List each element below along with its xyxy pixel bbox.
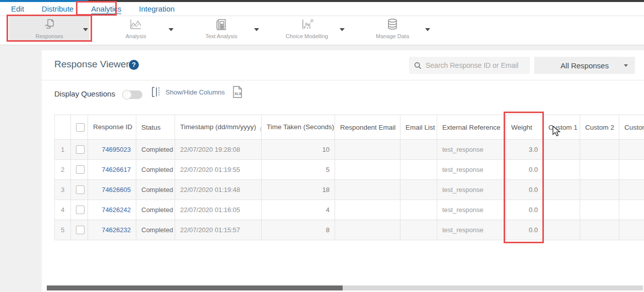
search-box [409, 57, 530, 74]
response-id-link[interactable]: 74626232 [102, 226, 131, 234]
column-header-custom2: Custom 2 [580, 115, 619, 140]
time-taken-cell: 18 [262, 180, 335, 200]
weight-cell: 3.0 [506, 140, 543, 160]
column-header-response-id[interactable]: Response ID [88, 115, 136, 140]
table-row: 1 74695023 Completed 22/07/2020 19:28:08… [55, 140, 644, 160]
response-id-cell: 74626232 [88, 220, 136, 240]
toolbar-item-choice-modelling[interactable]: Choice Modelling [272, 18, 342, 39]
show-hide-columns-label: Show/Hide Columns [166, 88, 225, 96]
show-hide-columns-button[interactable]: Show/Hide Columns [151, 86, 225, 98]
chevron-down-icon [624, 64, 628, 67]
nav-tab-analytics[interactable]: Analytics [89, 4, 123, 14]
export-xls-button[interactable]: XLS [232, 85, 243, 99]
custom1-cell [543, 200, 580, 220]
external-reference-cell: test_response [437, 160, 506, 180]
response-viewer-card: Response Viewer ? All Responses Display … [42, 50, 644, 291]
status-cell: Completed [136, 180, 175, 200]
choice-modelling-icon [272, 18, 342, 32]
responses-dropdown-caret[interactable] [83, 28, 88, 31]
timestamp-cell: 22/07/2020 01:16:05 [175, 200, 262, 220]
respondent-email-cell [335, 200, 400, 220]
toolbar-item-text-analysis[interactable]: Text Analysis [186, 18, 257, 39]
column-header-custom3: Custom 3 [619, 115, 644, 140]
analysis-chart-icon [101, 18, 171, 32]
column-header-timestamp[interactable]: Timestamp (dd/mm/yyyy) [175, 115, 262, 140]
response-id-link[interactable]: 74626605 [102, 186, 131, 193]
horizontal-scrollbar-thumb[interactable] [47, 285, 343, 290]
timestamp-cell: 22/07/2020 19:28:08 [175, 140, 262, 160]
sort-icon [260, 127, 261, 132]
column-header-external-reference: External Reference [437, 115, 506, 140]
custom1-cell [543, 180, 580, 200]
horizontal-scrollbar-track[interactable] [47, 285, 643, 290]
toggle-knob [122, 90, 132, 100]
timestamp-cell: 22/07/2020 01:15:57 [175, 220, 262, 240]
column-header-respondent-email: Respondent Email [335, 115, 400, 140]
custom2-cell [580, 220, 619, 240]
custom3-cell [619, 200, 644, 220]
table-row: 3 74626605 Completed 22/07/2020 01:19:48… [55, 180, 644, 200]
responses-table-container: Response ID Status Timestamp (dd/mm/yyyy… [54, 115, 644, 240]
custom1-cell [543, 220, 580, 240]
respondent-email-cell [335, 140, 400, 160]
toolbar-item-label: Choice Modelling [272, 33, 342, 39]
timestamp-cell: 22/07/2020 01:19:55 [175, 160, 262, 180]
external-reference-cell: test_response [437, 140, 506, 160]
custom1-cell [543, 160, 580, 180]
row-select-cell [71, 180, 88, 200]
analysis-dropdown-caret[interactable] [169, 28, 174, 31]
toolbar-item-analysis[interactable]: Analysis [101, 18, 171, 39]
choice-modelling-dropdown-caret[interactable] [340, 28, 345, 31]
responses-filter-dropdown[interactable]: All Responses [534, 57, 635, 74]
weight-cell: 0.0 [506, 160, 543, 180]
row-checkbox[interactable] [76, 165, 85, 174]
custom3-cell [619, 220, 644, 240]
responses-table: Response ID Status Timestamp (dd/mm/yyyy… [54, 115, 644, 240]
search-input[interactable] [426, 61, 525, 69]
column-header-email-list: Email List [400, 115, 437, 140]
search-icon [414, 61, 422, 70]
display-questions-label: Display Questions [54, 89, 115, 98]
card-header: Response Viewer ? All Responses [42, 50, 644, 80]
timestamp-cell: 22/07/2020 01:19:48 [175, 180, 262, 200]
custom3-cell [619, 160, 644, 180]
toolbar-item-responses[interactable]: Responses [14, 18, 85, 39]
filter-selected-value: All Responses [560, 61, 609, 70]
custom2-cell [580, 140, 619, 160]
table-controls: Display Questions Show/Hide Columns XLS [42, 80, 644, 110]
table-header-row: Response ID Status Timestamp (dd/mm/yyyy… [55, 115, 644, 140]
row-number-header [55, 115, 71, 140]
external-reference-cell: test_response [437, 180, 506, 200]
nav-tab-distribute[interactable]: Distribute [40, 4, 75, 14]
select-all-header [71, 115, 88, 140]
analytics-toolbar: Responses Analysis Text Analysis [0, 16, 644, 45]
response-id-link[interactable]: 74695023 [102, 146, 131, 153]
page-title: Response Viewer [54, 59, 129, 70]
row-checkbox[interactable] [76, 185, 85, 194]
row-checkbox[interactable] [76, 206, 85, 214]
respondent-email-cell [335, 180, 400, 200]
display-questions-toggle[interactable] [122, 90, 142, 99]
status-cell: Completed [136, 140, 175, 160]
email-list-cell [400, 180, 437, 200]
custom3-cell [619, 140, 644, 160]
row-select-cell [71, 220, 88, 240]
nav-tab-integration[interactable]: Integration [137, 4, 177, 14]
select-all-checkbox[interactable] [76, 123, 85, 132]
column-header-time-taken[interactable]: Time Taken (Seconds) [262, 115, 335, 140]
status-cell: Completed [136, 160, 175, 180]
custom2-cell [580, 160, 619, 180]
row-checkbox[interactable] [76, 226, 85, 234]
toolbar-item-manage-data[interactable]: Manage Data [357, 18, 428, 39]
text-analysis-dropdown-caret[interactable] [254, 28, 259, 31]
response-id-link[interactable]: 74626242 [102, 206, 131, 214]
response-id-link[interactable]: 74626617 [102, 166, 131, 173]
weight-cell: 0.0 [506, 200, 543, 220]
row-checkbox[interactable] [76, 145, 85, 154]
external-reference-cell: test_response [437, 220, 506, 240]
manage-data-dropdown-caret[interactable] [425, 28, 430, 31]
nav-tab-edit[interactable]: Edit [9, 4, 26, 14]
custom1-cell [543, 140, 580, 160]
help-icon[interactable]: ? [129, 60, 139, 70]
row-number: 1 [55, 140, 71, 160]
